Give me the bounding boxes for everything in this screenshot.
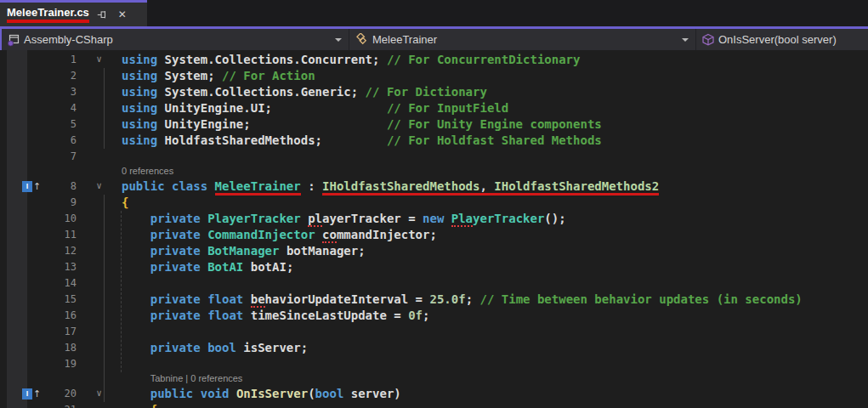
glyph-margin-cell[interactable] — [0, 116, 43, 133]
code-token: PlayerTracker — [207, 212, 301, 225]
member-dropdown[interactable]: OnIsServer(bool server) — [695, 29, 868, 50]
code-token — [122, 228, 150, 241]
glyph-margin-cell[interactable] — [0, 292, 43, 308]
codelens-references[interactable]: 0 references — [0, 165, 868, 178]
line-number[interactable]: 21 — [43, 402, 77, 408]
project-name: Assembly-CSharp — [24, 33, 113, 46]
glyph-margin-cell[interactable] — [0, 356, 43, 372]
line-number[interactable]: 17 — [43, 324, 77, 340]
fold-gutter — [77, 243, 122, 259]
code-token: ( — [308, 387, 315, 400]
line-number[interactable]: 15 — [43, 292, 77, 308]
line-number[interactable]: 9 — [43, 195, 77, 211]
line-number[interactable]: 13 — [43, 259, 77, 275]
code-text[interactable]: using HoldfastSharedMethods; // For Hold… — [122, 133, 602, 149]
code-line: 12 private BotManager botManager; — [0, 243, 868, 259]
type-dropdown[interactable]: MeleeTrainer — [349, 29, 695, 50]
glyph-margin-cell[interactable] — [0, 68, 43, 84]
project-dropdown[interactable]: Assembly-CSharp — [2, 29, 349, 50]
tab-meleetrainer[interactable]: MeleeTrainer.cs ✕ — [0, 0, 147, 26]
code-line: 17 — [0, 324, 868, 340]
change-suggestion-icon[interactable]: I — [22, 388, 32, 400]
line-number[interactable]: 3 — [43, 84, 77, 100]
glyph-margin-cell[interactable] — [0, 324, 43, 340]
glyph-margin-cell[interactable] — [0, 149, 43, 165]
code-text[interactable]: public class MeleeTrainer : IHoldfastSha… — [122, 178, 659, 195]
code-token: ; — [466, 292, 480, 306]
code-text[interactable]: { — [122, 402, 157, 408]
code-line: 1∨using System.Collections.Concurrent; /… — [0, 52, 868, 68]
code-token: using — [122, 101, 165, 115]
code-line: 7 — [0, 149, 868, 165]
code-text[interactable]: private PlayerTracker playerTracker = ne… — [122, 211, 566, 227]
line-number[interactable]: 10 — [43, 211, 77, 227]
glyph-margin-cell[interactable] — [0, 211, 43, 227]
line-number[interactable]: 6 — [43, 133, 77, 149]
glyph-margin-cell[interactable] — [0, 100, 43, 116]
code-token: OnIsServer — [236, 387, 308, 400]
close-icon[interactable]: ✕ — [115, 7, 130, 22]
line-number[interactable]: 5 — [43, 116, 77, 133]
code-text[interactable]: using UnityEngine; // For Unity Engine c… — [122, 116, 602, 133]
glyph-margin-cell[interactable] — [0, 195, 43, 211]
glyph-margin-cell[interactable]: I↑ — [0, 386, 43, 402]
code-token: private float — [150, 292, 251, 306]
fold-chevron-icon[interactable]: ∨ — [77, 178, 122, 195]
glyph-margin-cell[interactable] — [0, 84, 43, 100]
code-token: botAI; — [243, 260, 293, 274]
navigation-bar: Assembly-CSharp MeleeTrainer OnIsServer(… — [0, 29, 868, 50]
glyph-margin-cell[interactable] — [0, 52, 43, 68]
code-text[interactable]: private bool isServer; — [122, 340, 308, 356]
pin-icon[interactable] — [94, 7, 110, 22]
code-text[interactable]: using System.Collections.Generic; // For… — [122, 84, 487, 100]
glyph-margin-cell[interactable] — [0, 402, 43, 408]
code-editor[interactable]: 1∨using System.Collections.Concurrent; /… — [0, 50, 868, 408]
code-text[interactable]: private CommandInjector commandInjector; — [122, 227, 437, 243]
code-token: yerTracker — [473, 212, 544, 225]
code-token — [122, 212, 150, 225]
line-number[interactable]: 7 — [43, 149, 77, 165]
glyph-margin-cell[interactable] — [0, 275, 43, 292]
member-name: OnIsServer(bool server) — [718, 33, 837, 46]
line-number[interactable]: 19 — [43, 356, 77, 372]
line-number[interactable]: 12 — [43, 243, 77, 259]
line-number[interactable]: 1 — [43, 52, 77, 68]
code-text[interactable]: private float timeSinceLastUpdate = 0f; — [122, 308, 429, 324]
csharp-project-icon — [7, 33, 20, 47]
code-text[interactable]: { — [122, 195, 128, 211]
line-number[interactable]: 2 — [43, 68, 77, 84]
glyph-margin-cell[interactable] — [0, 308, 43, 324]
line-number[interactable]: 11 — [43, 227, 77, 243]
glyph-margin-cell[interactable]: I↑ — [0, 178, 43, 195]
code-token — [315, 228, 322, 241]
line-number[interactable]: 20 — [43, 386, 77, 402]
code-text[interactable]: using System.Collections.Concurrent; // … — [122, 52, 580, 68]
glyph-margin-cell[interactable] — [0, 133, 43, 149]
change-suggestion-icon[interactable]: I — [22, 181, 32, 192]
code-token: // For ConcurrentDictionary — [387, 53, 581, 66]
code-text[interactable]: using UnityEngine.UI; // For InputField — [122, 100, 508, 116]
code-token: mmandInjector; — [337, 228, 437, 241]
fold-gutter — [77, 195, 122, 211]
chevron-down-icon — [682, 38, 689, 42]
arrow-up-icon: ↑ — [33, 181, 41, 192]
line-number[interactable]: 8 — [43, 178, 77, 195]
line-number[interactable]: 16 — [43, 308, 77, 324]
fold-gutter — [77, 84, 122, 100]
code-text[interactable]: private BotManager botManager; — [122, 243, 366, 259]
line-number[interactable]: 14 — [43, 275, 77, 292]
code-token: haviorUpdateInterval = — [265, 292, 430, 306]
glyph-margin-cell[interactable] — [0, 227, 43, 243]
glyph-margin-cell[interactable] — [0, 340, 43, 356]
glyph-margin-cell[interactable] — [0, 259, 43, 275]
fold-chevron-icon[interactable]: ∨ — [77, 52, 122, 68]
line-number[interactable]: 18 — [43, 340, 77, 356]
glyph-margin-cell[interactable] — [0, 243, 43, 259]
code-text[interactable]: using System; // For Action — [122, 68, 315, 84]
code-text[interactable]: public void OnIsServer(bool server) — [122, 386, 401, 402]
code-text[interactable]: private BotAI botAI; — [122, 259, 293, 275]
codelens-references[interactable]: Tabnine | 0 references — [0, 372, 868, 386]
fold-chevron-icon[interactable]: ∨ — [77, 386, 122, 402]
code-text[interactable]: private float behaviorUpdateInterval = 2… — [122, 292, 803, 308]
line-number[interactable]: 4 — [43, 100, 77, 116]
